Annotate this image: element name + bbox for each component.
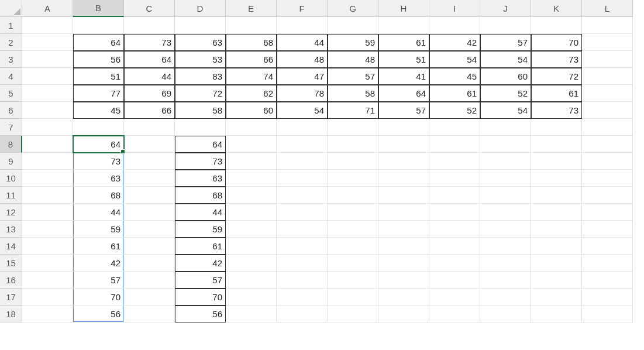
cell-L12[interactable]	[582, 204, 633, 221]
cell-D18[interactable]: 56	[175, 306, 226, 322]
cell-C15[interactable]	[124, 255, 175, 272]
cell-D16[interactable]: 57	[175, 272, 226, 289]
cell-H13[interactable]	[378, 221, 429, 238]
cell-I3[interactable]: 54	[429, 51, 480, 68]
cell-G9[interactable]	[328, 153, 378, 170]
cell-J18[interactable]	[480, 306, 531, 322]
cell-B16[interactable]: 57	[73, 272, 124, 289]
cell-K7[interactable]	[531, 119, 582, 136]
cell-I10[interactable]	[429, 170, 480, 187]
cell-J1[interactable]	[480, 17, 531, 34]
cell-A8[interactable]	[22, 136, 73, 153]
cell-B14[interactable]: 61	[73, 238, 124, 255]
cell-K12[interactable]	[531, 204, 582, 221]
cell-A5[interactable]	[22, 85, 73, 102]
cell-D8[interactable]: 64	[175, 136, 226, 153]
cell-G11[interactable]	[328, 187, 378, 204]
cell-D6[interactable]: 58	[175, 102, 226, 119]
row-header-10[interactable]: 10	[0, 170, 22, 187]
cell-I2[interactable]: 42	[429, 34, 480, 51]
col-header-J[interactable]: J	[480, 0, 531, 17]
row-header-4[interactable]: 4	[0, 68, 22, 85]
col-header-F[interactable]: F	[277, 0, 328, 17]
cell-C14[interactable]	[124, 238, 175, 255]
cell-J16[interactable]	[480, 272, 531, 289]
cell-C5[interactable]: 69	[124, 85, 175, 102]
cell-E9[interactable]	[226, 153, 277, 170]
cell-F10[interactable]	[277, 170, 328, 187]
cell-E14[interactable]	[226, 238, 277, 255]
cell-A10[interactable]	[22, 170, 73, 187]
cell-G14[interactable]	[328, 238, 378, 255]
cell-E15[interactable]	[226, 255, 277, 272]
cell-H2[interactable]: 61	[378, 34, 429, 51]
col-header-H[interactable]: H	[378, 0, 429, 17]
cell-A3[interactable]	[22, 51, 73, 68]
cell-B3[interactable]: 56	[73, 51, 124, 68]
cell-I13[interactable]	[429, 221, 480, 238]
cell-G16[interactable]	[328, 272, 378, 289]
cell-F17[interactable]	[277, 289, 328, 306]
cell-I7[interactable]	[429, 119, 480, 136]
cell-K17[interactable]	[531, 289, 582, 306]
cell-G8[interactable]	[328, 136, 378, 153]
cell-K4[interactable]: 72	[531, 68, 582, 85]
cell-J11[interactable]	[480, 187, 531, 204]
row-header-12[interactable]: 12	[0, 204, 22, 221]
cell-F5[interactable]: 78	[277, 85, 328, 102]
row-header-16[interactable]: 16	[0, 272, 22, 289]
cell-B6[interactable]: 45	[73, 102, 124, 119]
cell-I18[interactable]	[429, 306, 480, 322]
cell-D4[interactable]: 83	[175, 68, 226, 85]
cell-H1[interactable]	[378, 17, 429, 34]
cell-F4[interactable]: 47	[277, 68, 328, 85]
row-header-1[interactable]: 1	[0, 17, 22, 34]
cell-D11[interactable]: 68	[175, 187, 226, 204]
cell-K5[interactable]: 61	[531, 85, 582, 102]
cell-C11[interactable]	[124, 187, 175, 204]
cell-D2[interactable]: 63	[175, 34, 226, 51]
cell-K2[interactable]: 70	[531, 34, 582, 51]
cell-I11[interactable]	[429, 187, 480, 204]
cell-E1[interactable]	[226, 17, 277, 34]
cell-D5[interactable]: 72	[175, 85, 226, 102]
cell-B10[interactable]: 63	[73, 170, 124, 187]
cell-I14[interactable]	[429, 238, 480, 255]
cell-I12[interactable]	[429, 204, 480, 221]
col-header-D[interactable]: D	[175, 0, 226, 17]
cell-L9[interactable]	[582, 153, 633, 170]
cell-G1[interactable]	[328, 17, 378, 34]
cell-C18[interactable]	[124, 306, 175, 322]
cell-D9[interactable]: 73	[175, 153, 226, 170]
cell-K6[interactable]: 73	[531, 102, 582, 119]
cell-F13[interactable]	[277, 221, 328, 238]
cell-H16[interactable]	[378, 272, 429, 289]
cell-H12[interactable]	[378, 204, 429, 221]
cell-A12[interactable]	[22, 204, 73, 221]
cell-H17[interactable]	[378, 289, 429, 306]
cell-J14[interactable]	[480, 238, 531, 255]
cell-F9[interactable]	[277, 153, 328, 170]
cell-A1[interactable]	[22, 17, 73, 34]
cell-K14[interactable]	[531, 238, 582, 255]
cell-B17[interactable]: 70	[73, 289, 124, 306]
cell-E10[interactable]	[226, 170, 277, 187]
cell-L15[interactable]	[582, 255, 633, 272]
cell-L13[interactable]	[582, 221, 633, 238]
cell-C8[interactable]	[124, 136, 175, 153]
cell-A9[interactable]	[22, 153, 73, 170]
cell-B7[interactable]	[73, 119, 124, 136]
cell-B8[interactable]: 64	[73, 136, 124, 153]
cell-L1[interactable]	[582, 17, 633, 34]
row-header-7[interactable]: 7	[0, 119, 22, 136]
row-header-8[interactable]: 8	[0, 136, 22, 153]
cell-K18[interactable]	[531, 306, 582, 322]
cell-B13[interactable]: 59	[73, 221, 124, 238]
cell-J15[interactable]	[480, 255, 531, 272]
cell-E17[interactable]	[226, 289, 277, 306]
row-header-13[interactable]: 13	[0, 221, 22, 238]
cell-C10[interactable]	[124, 170, 175, 187]
cell-L8[interactable]	[582, 136, 633, 153]
cell-L10[interactable]	[582, 170, 633, 187]
cell-F11[interactable]	[277, 187, 328, 204]
